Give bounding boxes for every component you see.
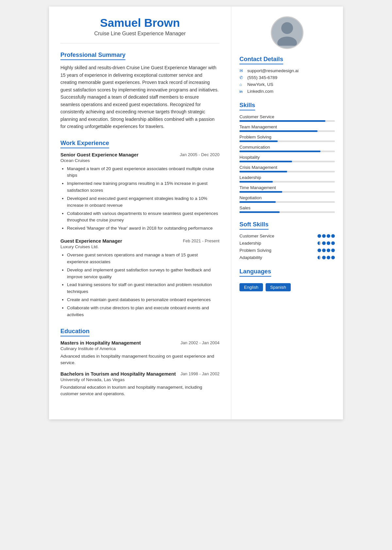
dot-half <box>318 256 321 259</box>
svg-point-0 <box>281 22 293 34</box>
soft-skill-problem-solving: Problem Solving <box>239 248 335 253</box>
work-experience-heading: Work Experience <box>60 139 109 148</box>
skill-communication: Communication <box>239 145 335 152</box>
soft-skill-name: Adaptability <box>239 255 262 260</box>
skill-bar-bg <box>239 171 335 172</box>
skill-bar-bg <box>239 201 335 203</box>
soft-skills-list: Customer Service Leadership <box>239 234 335 260</box>
skill-name: Leadership <box>239 175 335 180</box>
bullet: Develop and implement guest satisfaction… <box>67 267 220 281</box>
avatar-area <box>239 16 335 49</box>
phone-value: (555) 345-6789 <box>247 75 277 80</box>
dot-filled <box>327 241 330 245</box>
language-spanish: Spanish <box>266 283 291 291</box>
soft-skill-name: Problem Solving <box>239 248 271 253</box>
edu-entry-2: Bachelors in Tourism and Hospitality Man… <box>60 371 220 397</box>
skill-bar-fill <box>239 140 278 142</box>
skill-bar-fill <box>239 161 292 162</box>
skills-section: Skills Customer Service Team Management … <box>239 102 335 213</box>
bullet: Lead training sessions for staff on gues… <box>67 282 220 295</box>
summary-heading: Professional Summary <box>60 51 125 60</box>
language-english: English <box>239 283 263 291</box>
contact-phone: ✆ (555) 345-6789 <box>239 75 335 80</box>
bullet: Developed and executed guest engagement … <box>67 195 220 209</box>
soft-skill-name: Leadership <box>239 241 261 246</box>
skill-name: Team Management <box>239 124 335 129</box>
skill-bar-fill <box>239 151 320 152</box>
soft-skills-heading: Soft Skills <box>239 221 269 230</box>
contact-heading: Contact Details <box>239 56 283 64</box>
job-date-1: Jan 2005 - Dec 2020 <box>180 152 220 157</box>
job-date-2: Feb 2021 - Present <box>183 238 220 243</box>
dot-filled <box>322 234 326 238</box>
education-section: Education Masters in Hospitality Managem… <box>60 328 220 397</box>
dot-filled <box>327 256 330 259</box>
location-icon: ⌂ <box>239 82 245 87</box>
svg-point-1 <box>277 37 297 46</box>
skill-name: Problem Solving <box>239 135 335 139</box>
job-company-1: Ocean Cruises <box>60 158 220 163</box>
languages-section: Languages English Spanish <box>239 268 335 291</box>
edu-school-1: Culinary Institute of America <box>60 346 220 351</box>
soft-skill-name: Customer Service <box>239 234 274 238</box>
skill-name: Hospitality <box>239 155 335 160</box>
linkedin-value: LinkedIn.com <box>247 89 273 94</box>
dot-filled <box>331 241 335 245</box>
skill-name: Customer Service <box>239 114 335 119</box>
skill-bar-bg <box>239 211 335 213</box>
skill-customer-service: Customer Service <box>239 114 335 122</box>
skill-bar-bg <box>239 120 335 122</box>
language-badges: English Spanish <box>239 283 335 291</box>
job-entry-2: Guest Experience Manager Feb 2021 - Pres… <box>60 238 220 318</box>
person-icon <box>274 20 300 46</box>
dot-filled <box>318 234 321 238</box>
job-header-2: Guest Experience Manager Feb 2021 - Pres… <box>60 238 220 244</box>
avatar <box>271 16 303 49</box>
dots <box>318 249 335 252</box>
dot-filled <box>331 249 335 252</box>
skill-hospitality: Hospitality <box>239 155 335 162</box>
skill-name: Time Management <box>239 185 335 190</box>
dots <box>318 241 335 245</box>
edu-entry-1: Masters in Hospitality Management Jan 20… <box>60 340 220 366</box>
edu-header-2: Bachelors in Tourism and Hospitality Man… <box>60 371 220 377</box>
skill-problem-solving: Problem Solving <box>239 135 335 142</box>
dot-filled <box>318 249 321 252</box>
summary-section: Professional Summary Highly skilled and … <box>60 51 220 130</box>
skill-bar-fill <box>239 211 280 213</box>
dot-filled <box>331 256 335 259</box>
dot-filled <box>331 234 335 238</box>
job-bullets-2: Oversee guest services operations and ma… <box>60 252 220 318</box>
job-title-1: Senior Guest Experience Manager <box>60 152 139 157</box>
skill-bar-bg <box>239 191 335 193</box>
bullet: Oversee guest services operations and ma… <box>67 252 220 266</box>
skill-name: Crisis Management <box>239 165 335 170</box>
bullet: Managed a team of 20 guest experience as… <box>67 166 220 179</box>
skills-heading: Skills <box>239 102 255 110</box>
contact-section: Contact Details ✉ support@resumedesign.a… <box>239 56 335 94</box>
work-experience-section: Work Experience Senior Guest Experience … <box>60 139 220 318</box>
summary-text: Highly skilled and results-driven Cruise… <box>60 64 220 130</box>
job-header-1: Senior Guest Experience Manager Jan 2005… <box>60 152 220 157</box>
skill-sales: Sales <box>239 205 335 213</box>
edu-date-1: Jan 2002 - Jan 2004 <box>180 340 220 345</box>
skill-bar-fill <box>239 130 318 132</box>
bullet: Collaborated with various departments to… <box>67 210 220 224</box>
contact-linkedin: in LinkedIn.com <box>239 89 335 94</box>
skill-bar-bg <box>239 140 335 142</box>
soft-skill-customer-service: Customer Service <box>239 234 335 238</box>
dot-filled <box>322 249 326 252</box>
job-bullets-1: Managed a team of 20 guest experience as… <box>60 166 220 232</box>
dot-filled <box>327 249 330 252</box>
skill-bar-fill <box>239 171 287 172</box>
dot-filled <box>322 241 326 245</box>
soft-skill-leadership: Leadership <box>239 241 335 246</box>
skill-leadership: Leadership <box>239 175 335 183</box>
skill-bar-fill <box>239 191 282 193</box>
right-column: Contact Details ✉ support@resumedesign.a… <box>231 7 343 419</box>
bullet: Received 'Manager of the Year' award in … <box>67 225 220 232</box>
email-icon: ✉ <box>239 68 245 73</box>
skill-bar-bg <box>239 151 335 152</box>
contact-list: ✉ support@resumedesign.ai ✆ (555) 345-67… <box>239 68 335 94</box>
skill-bar-fill <box>239 181 273 183</box>
